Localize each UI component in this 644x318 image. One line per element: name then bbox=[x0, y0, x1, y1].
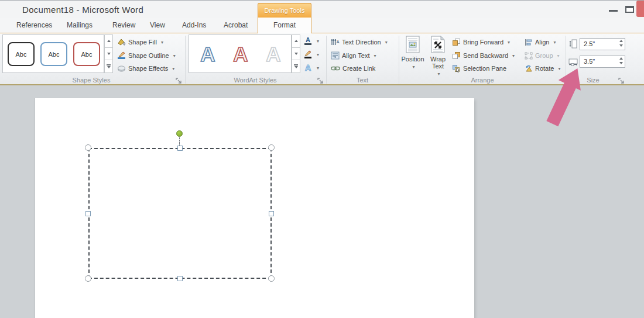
wordart-gallery-scroll bbox=[292, 34, 300, 73]
svg-text:A: A bbox=[305, 63, 311, 72]
selection-pane-icon bbox=[452, 64, 461, 72]
create-link-icon bbox=[331, 65, 340, 72]
align-objects-icon bbox=[525, 39, 533, 46]
shape-outline-button[interactable]: Shape Outline bbox=[117, 50, 176, 61]
svg-text:A: A bbox=[306, 36, 310, 43]
gallery-more-icon[interactable] bbox=[104, 60, 113, 73]
gallery-scroll-down-icon[interactable] bbox=[292, 48, 300, 61]
text-outline-icon bbox=[303, 50, 313, 59]
maximize-icon[interactable] bbox=[625, 6, 634, 13]
wordart-style-option-2[interactable]: A bbox=[225, 39, 256, 70]
resize-handle-bottom-center[interactable] bbox=[177, 276, 183, 281]
selection-pane-button[interactable]: Selection Pane bbox=[452, 63, 506, 74]
tab-view[interactable]: View bbox=[146, 18, 169, 33]
wordart-styles-group-label: WordArt Styles bbox=[186, 77, 324, 85]
align-text-button[interactable]: Align Text bbox=[331, 50, 376, 61]
resize-handle-middle-left[interactable] bbox=[85, 211, 91, 216]
shape-style-option-1[interactable]: Abc bbox=[8, 42, 35, 66]
resize-handle-bottom-left[interactable] bbox=[85, 275, 91, 282]
shape-height-icon bbox=[569, 39, 577, 49]
gallery-scroll-up-icon[interactable] bbox=[104, 34, 113, 48]
tab-addins[interactable]: Add-Ins bbox=[179, 18, 210, 33]
shape-fill-icon bbox=[117, 38, 126, 46]
shape-style-option-3[interactable]: Abc bbox=[73, 42, 100, 66]
height-spinner[interactable] bbox=[619, 40, 623, 47]
position-button[interactable]: Position bbox=[401, 36, 424, 73]
tab-mailings[interactable]: Mailings bbox=[63, 18, 96, 33]
width-spinner[interactable] bbox=[619, 57, 623, 64]
resize-handle-middle-right[interactable] bbox=[269, 211, 274, 216]
minimize-icon[interactable] bbox=[609, 10, 618, 12]
shape-fill-button[interactable]: Shape Fill bbox=[117, 37, 163, 47]
text-fill-button[interactable]: A bbox=[303, 36, 319, 46]
shape-styles-gallery: Abc Abc Abc bbox=[2, 34, 104, 73]
send-backward-button[interactable]: Send Backward bbox=[452, 50, 515, 61]
rotate-handle[interactable] bbox=[176, 130, 183, 137]
gallery-scroll-up-icon[interactable] bbox=[292, 34, 300, 48]
tab-references[interactable]: References bbox=[13, 18, 56, 33]
text-direction-icon: A bbox=[331, 38, 340, 46]
resize-handle-top-left[interactable] bbox=[85, 144, 91, 151]
group-button[interactable]: Group bbox=[525, 50, 560, 61]
shape-effects-button[interactable]: Shape Effects bbox=[117, 63, 174, 74]
tab-review[interactable]: Review bbox=[109, 18, 139, 33]
wordart-styles-gallery: A A A bbox=[189, 34, 292, 73]
position-icon bbox=[405, 36, 420, 54]
bring-forward-icon bbox=[452, 38, 461, 46]
text-group-label: Text bbox=[327, 77, 398, 85]
wordart-style-option-3[interactable]: A bbox=[258, 39, 289, 70]
align-button[interactable]: Align bbox=[525, 37, 556, 47]
selected-rectangle-shape[interactable] bbox=[88, 148, 272, 279]
wrap-text-button[interactable]: Wrap Text bbox=[426, 36, 450, 73]
text-fill-icon: A bbox=[303, 36, 313, 46]
text-effects-button[interactable]: A bbox=[303, 63, 319, 73]
close-icon[interactable] bbox=[636, 1, 644, 17]
shape-height-row bbox=[569, 39, 577, 49]
bring-forward-button[interactable]: Bring Forward bbox=[452, 37, 510, 47]
resize-handle-top-right[interactable] bbox=[268, 144, 275, 151]
tab-format[interactable]: Format bbox=[258, 18, 311, 34]
shape-effects-icon bbox=[117, 64, 126, 72]
drawing-tools-contextual-tab[interactable]: Drawing Tools bbox=[258, 3, 311, 18]
svg-text:A: A bbox=[337, 40, 340, 44]
align-text-icon bbox=[331, 51, 340, 60]
resize-handle-top-center[interactable] bbox=[177, 146, 183, 151]
wordart-style-option-1[interactable]: A bbox=[193, 39, 223, 70]
ribbon-tab-row: References Mailings Review View Add-Ins … bbox=[0, 18, 644, 33]
text-effects-icon: A bbox=[303, 63, 313, 72]
shape-styles-dialog-launcher-icon[interactable] bbox=[176, 78, 182, 84]
annotation-arrow-to-size-group bbox=[541, 64, 588, 129]
resize-handle-bottom-right[interactable] bbox=[268, 275, 275, 282]
window-title: Document18 - Microsoft Word bbox=[22, 5, 143, 15]
tab-acrobat[interactable]: Acrobat bbox=[220, 18, 251, 33]
wrap-text-icon bbox=[430, 36, 446, 54]
rotate-handle-stem bbox=[179, 137, 180, 146]
shape-style-option-2[interactable]: Abc bbox=[40, 42, 67, 66]
create-link-button[interactable]: Create Link bbox=[331, 63, 375, 74]
wordart-dialog-launcher-icon[interactable] bbox=[317, 78, 324, 84]
gallery-more-icon[interactable] bbox=[292, 60, 300, 73]
gallery-scroll-down-icon[interactable] bbox=[104, 48, 113, 61]
title-bar: Document18 - Microsoft Word bbox=[0, 0, 644, 18]
text-direction-button[interactable]: A Text Direction bbox=[331, 37, 388, 47]
shape-outline-icon bbox=[117, 51, 126, 60]
rotate-objects-icon bbox=[525, 65, 533, 72]
send-backward-icon bbox=[452, 51, 461, 60]
shape-styles-gallery-scroll bbox=[104, 34, 113, 73]
text-outline-button[interactable] bbox=[303, 49, 319, 60]
shape-styles-group-label: Shape Styles bbox=[0, 77, 183, 85]
shape-height-input[interactable]: 2.5" bbox=[580, 38, 625, 50]
size-dialog-launcher-icon[interactable] bbox=[618, 78, 625, 84]
group-objects-icon bbox=[525, 52, 533, 60]
